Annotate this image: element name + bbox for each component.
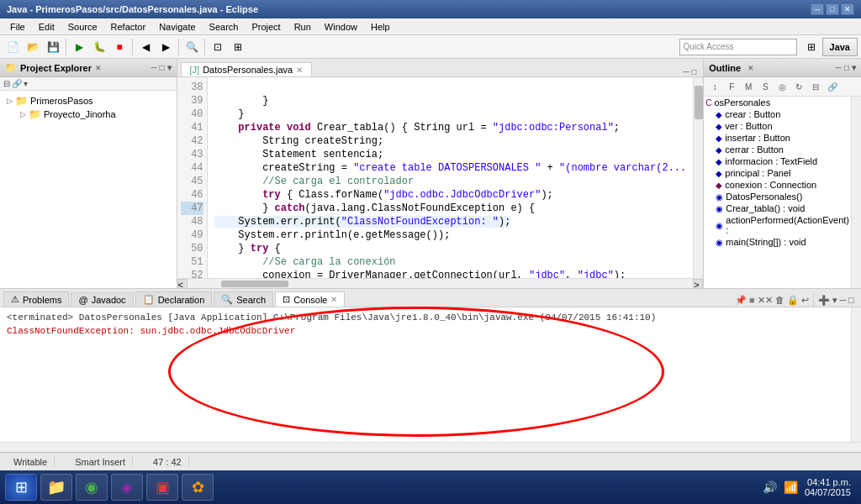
outline-method-main[interactable]: ◉ main(String[]) : void: [704, 236, 851, 248]
view-menu-btn[interactable]: ▾: [167, 63, 172, 72]
filter-static-btn[interactable]: S: [758, 79, 773, 94]
new-button[interactable]: 📄: [3, 38, 22, 56]
menu-source[interactable]: Source: [61, 20, 104, 34]
link-outline-btn[interactable]: 🔗: [825, 79, 840, 94]
tab-problems[interactable]: ⚠ Problems: [3, 291, 69, 307]
maximize-button[interactable]: □: [826, 3, 839, 15]
link-with-editor-btn[interactable]: 🔗: [12, 79, 22, 88]
menu-run[interactable]: Run: [288, 20, 318, 34]
hscroll-left-btn[interactable]: <: [177, 279, 188, 289]
outline-method-dp[interactable]: ◉ DatosPersonales(): [704, 191, 851, 202]
volume-icon[interactable]: 🔊: [763, 480, 777, 494]
system-clock[interactable]: 04:41 p.m. 04/07/2015: [805, 477, 851, 497]
outline-field-conexion[interactable]: ◆ conexion : Connection: [704, 179, 851, 191]
console-btn[interactable]: ⊡: [209, 38, 227, 56]
editor-tab-datos[interactable]: [J] DatosPersonales.java ✕: [181, 62, 313, 76]
outline-field-ver[interactable]: ◆ ver : Button: [704, 120, 851, 132]
outline-scrollbar[interactable]: [851, 97, 861, 288]
search-toolbar-button[interactable]: 🔍: [182, 38, 201, 56]
menu-navigate[interactable]: Navigate: [152, 20, 202, 34]
console-remove-btn[interactable]: ✕✕: [758, 295, 773, 306]
view-menu-outline-btn[interactable]: ▾: [852, 63, 856, 72]
filter-methods-btn[interactable]: M: [741, 79, 756, 94]
outline-field-insertar[interactable]: ◆ insertar : Button: [704, 132, 851, 144]
outline-method-crear[interactable]: ◉ Crear_tabla() : void: [704, 202, 851, 214]
menu-edit[interactable]: Edit: [32, 20, 61, 34]
min-console-btn[interactable]: ─: [840, 295, 847, 305]
hscroll-right-btn[interactable]: >: [693, 279, 703, 289]
menu-window[interactable]: Window: [318, 20, 364, 34]
stop-button[interactable]: ■: [110, 38, 129, 56]
console-stop-btn[interactable]: ■: [749, 295, 755, 305]
outline-method-action[interactable]: ◉ actionPerformed(ActionEvent) :: [704, 214, 851, 236]
debug-button[interactable]: 🐛: [90, 38, 108, 56]
console-new-btn[interactable]: ➕: [818, 295, 830, 306]
filter-nonpublic-btn[interactable]: ◎: [774, 79, 790, 94]
save-button[interactable]: 💾: [44, 38, 62, 56]
min-outline-btn[interactable]: ─: [836, 63, 842, 72]
max-editor-btn[interactable]: □: [691, 67, 696, 76]
tab-javadoc[interactable]: @ Javadoc: [71, 292, 133, 307]
code-lines[interactable]: } } private void Crear_tabla() { String …: [208, 77, 694, 278]
tab-search[interactable]: 🔍 Search: [214, 291, 273, 307]
java-perspective-btn[interactable]: Java: [822, 38, 858, 56]
start-button[interactable]: ⊞: [5, 474, 37, 501]
vertical-scrollbar[interactable]: [693, 77, 703, 278]
collapse-all-btn[interactable]: ⊟: [3, 79, 10, 88]
outline-close-btn[interactable]: ✕: [747, 64, 754, 72]
open-button[interactable]: 📂: [24, 38, 42, 56]
outline-field-info[interactable]: ◆ informacion : TextField: [704, 155, 851, 167]
close-console-tab-btn[interactable]: ✕: [330, 295, 337, 304]
menu-search[interactable]: Search: [203, 20, 246, 34]
close-tab-btn[interactable]: ✕: [296, 66, 303, 75]
close-button[interactable]: ✕: [841, 3, 854, 15]
outline-field-crear[interactable]: ◆ crear : Button: [704, 108, 851, 120]
collapse-outline-btn[interactable]: ⊟: [808, 79, 823, 94]
tree-item-primeros[interactable]: ▷ 📁 PrimerosPasos: [3, 94, 173, 108]
view-dropdown-btn[interactable]: ▾: [24, 79, 28, 88]
taskbar-app4[interactable]: ▣: [146, 474, 178, 501]
taskbar-file-explorer[interactable]: 📁: [40, 474, 72, 501]
sync-btn[interactable]: ↻: [791, 79, 806, 94]
console-pin-btn[interactable]: 📌: [735, 295, 747, 306]
outline-field-cerrar[interactable]: ◆ cerrar : Button: [704, 144, 851, 155]
max-outline-btn[interactable]: □: [844, 63, 849, 72]
menu-help[interactable]: Help: [364, 20, 397, 34]
console-scroll-lock-btn[interactable]: 🔒: [787, 295, 799, 306]
outline-field-principal[interactable]: ◆ principal : Panel: [704, 167, 851, 179]
project-explorer-x[interactable]: ✕: [95, 64, 102, 72]
console-vertical-scrollbar[interactable]: [851, 307, 861, 442]
task-btn[interactable]: ⊞: [229, 38, 247, 56]
console-error-line: ClassNotFoundException: sun.jdbc.odbc.Jd…: [7, 324, 844, 338]
perspective-btn-1[interactable]: ⊞: [802, 38, 821, 56]
sort-outline-btn[interactable]: ↕: [707, 79, 722, 94]
console-word-wrap-btn[interactable]: ↩: [801, 295, 809, 306]
run-button[interactable]: ▶: [70, 38, 88, 56]
console-clear-btn[interactable]: 🗑: [775, 295, 784, 305]
network-icon[interactable]: 📶: [784, 480, 798, 494]
console-horizontal-scrollbar[interactable]: [0, 442, 861, 452]
taskbar-app5[interactable]: ✿: [182, 474, 214, 501]
menu-project[interactable]: Project: [245, 20, 287, 34]
console-dropdown-btn[interactable]: ▾: [832, 295, 837, 306]
outline-class-item[interactable]: C osPersonales: [704, 97, 851, 108]
tab-console[interactable]: ⊡ Console ✕: [275, 291, 345, 307]
max-console-btn[interactable]: □: [848, 295, 854, 305]
minimize-panel-btn[interactable]: ─: [151, 63, 156, 72]
back-button[interactable]: ◀: [136, 38, 155, 56]
tab-declaration[interactable]: 📋 Declaration: [135, 291, 213, 307]
forward-button[interactable]: ▶: [156, 38, 175, 56]
minimize-button[interactable]: ─: [811, 3, 824, 15]
outline-header: Outline ✕ ─ □ ▾: [704, 59, 861, 77]
maximize-panel-btn[interactable]: □: [159, 63, 164, 72]
taskbar-app3[interactable]: ◈: [111, 474, 143, 501]
horizontal-scrollbar[interactable]: < >: [177, 278, 704, 288]
code-editor[interactable]: 38 39 40 41 42 43 44 45 46 47 48 49 50 5…: [177, 77, 704, 278]
filter-fields-btn[interactable]: F: [724, 79, 739, 94]
taskbar-chrome[interactable]: ◉: [76, 474, 108, 501]
menu-file[interactable]: File: [3, 20, 32, 34]
min-editor-btn[interactable]: ─: [683, 67, 689, 76]
quick-access-box[interactable]: Quick Access: [679, 39, 797, 55]
tree-item-jinorha[interactable]: ▷ 📁 Proyecto_Jinorha: [17, 108, 173, 121]
menu-refactor[interactable]: Refactor: [104, 20, 153, 34]
